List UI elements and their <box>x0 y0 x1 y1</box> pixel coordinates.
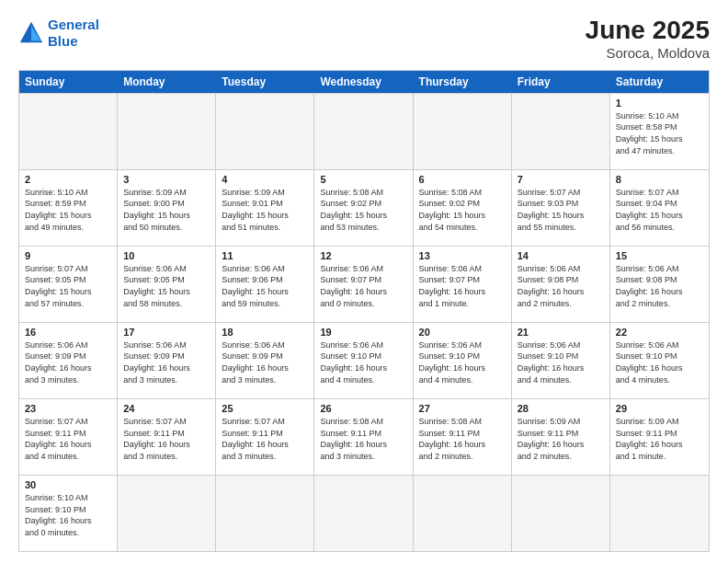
day-number: 23 <box>25 403 111 414</box>
day-number: 2 <box>25 174 111 185</box>
cell-w0-d2 <box>216 94 314 169</box>
cell-w5-d0: 30Sunrise: 5:10 AM Sunset: 9:10 PM Dayli… <box>19 476 118 551</box>
day-info: Sunrise: 5:09 AM Sunset: 9:01 PM Dayligh… <box>222 187 308 233</box>
week-row-1: 2Sunrise: 5:10 AM Sunset: 8:59 PM Daylig… <box>19 169 709 246</box>
day-number: 12 <box>320 250 406 261</box>
day-number: 11 <box>222 250 308 261</box>
day-info: Sunrise: 5:09 AM Sunset: 9:00 PM Dayligh… <box>123 187 210 233</box>
cell-w4-d0: 23Sunrise: 5:07 AM Sunset: 9:11 PM Dayli… <box>19 399 118 475</box>
day-number: 4 <box>222 174 308 185</box>
cell-w3-d5: 21Sunrise: 5:06 AM Sunset: 9:10 PM Dayli… <box>512 323 610 398</box>
cell-w3-d2: 18Sunrise: 5:06 AM Sunset: 9:09 PM Dayli… <box>216 323 314 398</box>
day-info: Sunrise: 5:06 AM Sunset: 9:06 PM Dayligh… <box>222 263 308 309</box>
header-thursday: Thursday <box>414 71 512 93</box>
cell-w4-d6: 29Sunrise: 5:09 AM Sunset: 9:11 PM Dayli… <box>610 399 709 475</box>
month-year: June 2025 <box>586 17 710 45</box>
day-info: Sunrise: 5:07 AM Sunset: 9:03 PM Dayligh… <box>518 187 604 233</box>
day-number: 7 <box>518 174 604 185</box>
day-number: 5 <box>320 174 406 185</box>
cell-w1-d2: 4Sunrise: 5:09 AM Sunset: 9:01 PM Daylig… <box>216 170 314 246</box>
page: General Blue June 2025 Soroca, Moldova S… <box>0 0 728 563</box>
cell-w0-d1 <box>118 94 216 169</box>
day-info: Sunrise: 5:07 AM Sunset: 9:11 PM Dayligh… <box>123 416 210 462</box>
day-info: Sunrise: 5:06 AM Sunset: 9:10 PM Dayligh… <box>518 339 604 385</box>
day-info: Sunrise: 5:07 AM Sunset: 9:11 PM Dayligh… <box>25 416 111 462</box>
day-number: 10 <box>123 250 210 261</box>
day-number: 8 <box>616 174 703 185</box>
logo: General Blue <box>18 17 99 50</box>
cell-w4-d2: 25Sunrise: 5:07 AM Sunset: 9:11 PM Dayli… <box>216 399 314 475</box>
day-info: Sunrise: 5:08 AM Sunset: 9:11 PM Dayligh… <box>419 416 506 462</box>
cell-w5-d1 <box>118 476 216 551</box>
cell-w3-d4: 20Sunrise: 5:06 AM Sunset: 9:10 PM Dayli… <box>414 323 512 398</box>
cell-w3-d0: 16Sunrise: 5:06 AM Sunset: 9:09 PM Dayli… <box>19 323 118 398</box>
location: Soroca, Moldova <box>586 45 710 61</box>
cell-w1-d6: 8Sunrise: 5:07 AM Sunset: 9:04 PM Daylig… <box>610 170 709 246</box>
cell-w4-d4: 27Sunrise: 5:08 AM Sunset: 9:11 PM Dayli… <box>414 399 512 475</box>
day-number: 20 <box>419 327 506 338</box>
cell-w1-d4: 6Sunrise: 5:08 AM Sunset: 9:02 PM Daylig… <box>414 170 512 246</box>
day-info: Sunrise: 5:06 AM Sunset: 9:10 PM Dayligh… <box>320 339 406 385</box>
day-number: 27 <box>419 403 506 414</box>
day-number: 26 <box>320 403 406 414</box>
day-number: 6 <box>419 174 506 185</box>
cell-w2-d2: 11Sunrise: 5:06 AM Sunset: 9:06 PM Dayli… <box>216 247 314 322</box>
header: General Blue June 2025 Soroca, Moldova <box>18 17 710 61</box>
day-info: Sunrise: 5:10 AM Sunset: 8:59 PM Dayligh… <box>25 187 111 233</box>
cell-w5-d6 <box>610 476 709 551</box>
day-info: Sunrise: 5:08 AM Sunset: 9:02 PM Dayligh… <box>320 187 406 233</box>
week-row-0: 1Sunrise: 5:10 AM Sunset: 8:58 PM Daylig… <box>19 93 709 169</box>
cell-w4-d5: 28Sunrise: 5:09 AM Sunset: 9:11 PM Dayli… <box>512 399 610 475</box>
logo-icon <box>18 20 44 46</box>
day-number: 28 <box>518 403 604 414</box>
title-block: June 2025 Soroca, Moldova <box>586 17 710 61</box>
cell-w2-d3: 12Sunrise: 5:06 AM Sunset: 9:07 PM Dayli… <box>314 247 413 322</box>
cell-w1-d1: 3Sunrise: 5:09 AM Sunset: 9:00 PM Daylig… <box>118 170 216 246</box>
calendar-header: Sunday Monday Tuesday Wednesday Thursday… <box>19 71 709 93</box>
logo-text: General Blue <box>48 17 99 50</box>
cell-w1-d5: 7Sunrise: 5:07 AM Sunset: 9:03 PM Daylig… <box>512 170 610 246</box>
day-info: Sunrise: 5:06 AM Sunset: 9:09 PM Dayligh… <box>25 339 111 385</box>
day-info: Sunrise: 5:09 AM Sunset: 9:11 PM Dayligh… <box>518 416 604 462</box>
day-info: Sunrise: 5:06 AM Sunset: 9:07 PM Dayligh… <box>419 263 506 309</box>
day-info: Sunrise: 5:06 AM Sunset: 9:05 PM Dayligh… <box>123 263 210 309</box>
day-number: 29 <box>616 403 703 414</box>
day-info: Sunrise: 5:08 AM Sunset: 9:11 PM Dayligh… <box>320 416 406 462</box>
header-sunday: Sunday <box>19 71 118 93</box>
day-info: Sunrise: 5:06 AM Sunset: 9:08 PM Dayligh… <box>518 263 604 309</box>
header-friday: Friday <box>512 71 610 93</box>
day-number: 1 <box>616 98 703 109</box>
cell-w0-d4 <box>414 94 512 169</box>
week-row-3: 16Sunrise: 5:06 AM Sunset: 9:09 PM Dayli… <box>19 322 709 398</box>
day-number: 19 <box>320 327 406 338</box>
day-info: Sunrise: 5:06 AM Sunset: 9:10 PM Dayligh… <box>419 339 506 385</box>
day-number: 3 <box>123 174 210 185</box>
header-tuesday: Tuesday <box>216 71 314 93</box>
week-row-4: 23Sunrise: 5:07 AM Sunset: 9:11 PM Dayli… <box>19 398 709 475</box>
cell-w3-d3: 19Sunrise: 5:06 AM Sunset: 9:10 PM Dayli… <box>314 323 413 398</box>
cell-w2-d0: 9Sunrise: 5:07 AM Sunset: 9:05 PM Daylig… <box>19 247 118 322</box>
cell-w5-d4 <box>414 476 512 551</box>
cell-w5-d2 <box>216 476 314 551</box>
week-row-5: 30Sunrise: 5:10 AM Sunset: 9:10 PM Dayli… <box>19 475 709 551</box>
cell-w4-d1: 24Sunrise: 5:07 AM Sunset: 9:11 PM Dayli… <box>118 399 216 475</box>
week-row-2: 9Sunrise: 5:07 AM Sunset: 9:05 PM Daylig… <box>19 246 709 322</box>
cell-w0-d0 <box>19 94 118 169</box>
day-number: 13 <box>419 250 506 261</box>
cell-w0-d5 <box>512 94 610 169</box>
calendar-body: 1Sunrise: 5:10 AM Sunset: 8:58 PM Daylig… <box>19 93 709 551</box>
day-number: 17 <box>123 327 210 338</box>
day-info: Sunrise: 5:06 AM Sunset: 9:07 PM Dayligh… <box>320 263 406 309</box>
cell-w5-d5 <box>512 476 610 551</box>
day-info: Sunrise: 5:10 AM Sunset: 8:58 PM Dayligh… <box>616 110 703 156</box>
day-info: Sunrise: 5:06 AM Sunset: 9:10 PM Dayligh… <box>616 339 703 385</box>
day-info: Sunrise: 5:07 AM Sunset: 9:05 PM Dayligh… <box>25 263 111 309</box>
day-info: Sunrise: 5:09 AM Sunset: 9:11 PM Dayligh… <box>616 416 703 462</box>
day-number: 30 <box>25 479 111 490</box>
day-info: Sunrise: 5:06 AM Sunset: 9:09 PM Dayligh… <box>222 339 308 385</box>
day-info: Sunrise: 5:07 AM Sunset: 9:04 PM Dayligh… <box>616 187 703 233</box>
cell-w2-d4: 13Sunrise: 5:06 AM Sunset: 9:07 PM Dayli… <box>414 247 512 322</box>
cell-w3-d6: 22Sunrise: 5:06 AM Sunset: 9:10 PM Dayli… <box>610 323 709 398</box>
day-info: Sunrise: 5:10 AM Sunset: 9:10 PM Dayligh… <box>25 492 111 538</box>
header-monday: Monday <box>118 71 216 93</box>
